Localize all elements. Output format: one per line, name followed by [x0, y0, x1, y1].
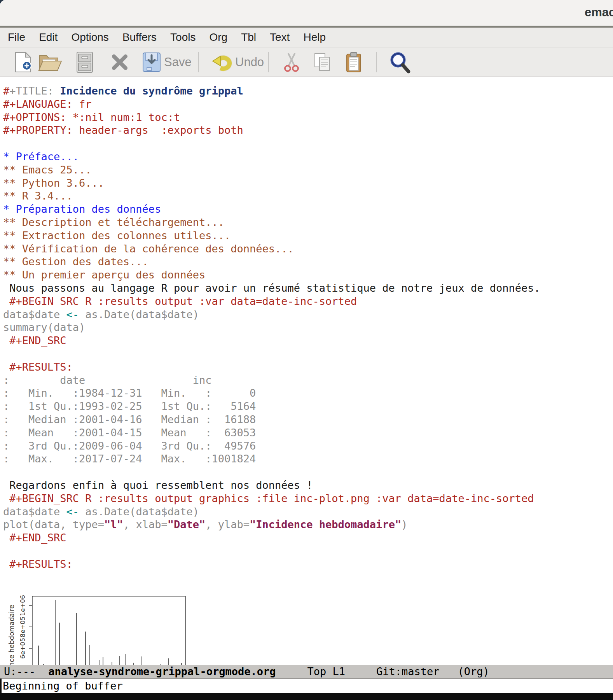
undo-button-label: Undo: [235, 55, 264, 69]
cut-icon: [283, 52, 300, 72]
svg-text:Incidence hebdomadaire: Incidence hebdomadaire: [8, 605, 16, 665]
buffer-line: ** Description et téléchargement...: [3, 216, 540, 229]
window-title: emacs: [585, 5, 613, 19]
echo-area: Beginning of buffer: [0, 679, 613, 693]
modeline-buffer-name[interactable]: analyse-syndrome-grippal-orgmode.org: [48, 665, 276, 677]
buffer-line: #+OPTIONS: *:nil num:1 toc:t: [3, 111, 540, 124]
buffer-line: : Min. :1984-12-31 Min. : 0: [3, 387, 540, 400]
toolbar-separator: [198, 52, 199, 72]
buffer-line: ** R 3.4...: [3, 189, 540, 203]
buffer-line: : Mean :2001-04-15 Mean : 63053: [3, 426, 540, 439]
buffer-line: #+TITLE: Incidence du syndrôme grippal: [3, 84, 540, 98]
buffer-line: data$date <- as.Date(data$date): [3, 505, 540, 518]
buffer-line: : 1st Qu.:1993-02-25 1st Qu.: 5164: [3, 400, 540, 413]
buffer-line: ** Emacs 25...: [3, 163, 540, 177]
menu-edit[interactable]: Edit: [39, 31, 58, 44]
menu-options[interactable]: Options: [71, 31, 109, 44]
buffer-line: ** Un premier aperçu des données: [3, 268, 540, 282]
buffer-line: : 3rd Qu.:2009-06-04 3rd Qu.: 49576: [3, 439, 540, 453]
modeline-position: Top L1: [307, 665, 345, 677]
mode-line[interactable]: U:--- analyse-syndrome-grippal-orgmode.o…: [0, 665, 613, 679]
buffer-line: plot(data, type="l", xlab="Date", ylab="…: [3, 518, 540, 531]
copy-icon: [313, 52, 332, 72]
paste-button[interactable]: [345, 47, 362, 77]
open-folder-icon: [38, 52, 63, 72]
window-titlebar[interactable]: emacs: [0, 0, 613, 28]
buffer-line: #+END_SRC: [3, 334, 540, 347]
menu-file[interactable]: File: [8, 31, 25, 44]
undo-button[interactable]: Undo: [212, 47, 264, 77]
new-file-icon: [14, 52, 33, 73]
emacs-window: emacs FileEditOptionsBuffersToolsOrgTblT…: [0, 0, 613, 693]
buffer-line: Regardons enfin à quoi ressemblent nos d…: [3, 479, 540, 492]
svg-text:6e+05: 6e+05: [19, 638, 26, 659]
close-buffer-button[interactable]: [110, 47, 129, 77]
buffer-line: * Préparation des données: [3, 203, 540, 216]
buffer-line: data$date <- as.Date(data$date): [3, 308, 540, 321]
buffer-line: ** Extraction des colonnes utiles...: [3, 229, 540, 242]
tool-bar: Save Undo: [0, 47, 613, 77]
menu-buffers[interactable]: Buffers: [122, 31, 157, 44]
open-file-button[interactable]: [38, 47, 63, 77]
buffer-line: #+RESULTS:: [3, 558, 540, 571]
buffer-line: #+END_SRC: [3, 531, 540, 544]
menu-org[interactable]: Org: [209, 31, 227, 44]
buffer-line: [3, 466, 540, 479]
buffer-line: : Max. :2017-07-24 Max. :1001824: [3, 452, 540, 466]
close-icon: [110, 52, 129, 72]
buffer-line: : date inc: [3, 374, 540, 387]
buffer-line: [3, 347, 540, 360]
buffer-line: #+BEGIN_SRC R :results output graphics :…: [3, 492, 540, 505]
buffer-line: summary(data): [3, 321, 540, 334]
buffer-line: #+BEGIN_SRC R :results output :var data=…: [3, 295, 540, 308]
menu-tools[interactable]: Tools: [170, 31, 196, 44]
buffer-line: [3, 137, 540, 150]
save-button-label: Save: [164, 55, 192, 69]
toolbar-separator: [376, 52, 377, 72]
search-button[interactable]: [389, 47, 411, 77]
modeline-vc-branch[interactable]: Git:master: [376, 665, 440, 677]
modeline-major-mode[interactable]: (Org): [458, 665, 489, 677]
buffer-line: [3, 544, 540, 558]
buffer-line: ** Python 3.6...: [3, 177, 540, 190]
paste-icon: [345, 52, 362, 73]
file-cabinet-icon: [75, 51, 95, 73]
menu-tbl[interactable]: Tbl: [241, 31, 256, 44]
undo-icon: [212, 52, 232, 72]
menu-help[interactable]: Help: [303, 31, 326, 44]
menu-bar: FileEditOptionsBuffersToolsOrgTblTextHel…: [0, 28, 613, 47]
buffer-line: ** Vérification de la cohérence des donn…: [3, 242, 540, 256]
copy-button[interactable]: [313, 47, 332, 77]
buffer-line: Nous passons au langage R pour avoir un …: [3, 282, 540, 295]
save-button[interactable]: Save: [142, 47, 192, 77]
modeline-flags: U:---: [4, 665, 35, 677]
buffer-line: : Median :2001-04-16 Median : 16188: [3, 413, 540, 426]
buffer-line: * Préface...: [3, 150, 540, 163]
buffer-text: #+TITLE: Incidence du syndrôme grippal#+…: [3, 84, 540, 570]
save-icon: [142, 52, 161, 72]
toolbar-separator: [268, 52, 269, 72]
svg-text:8e+05: 8e+05: [19, 616, 26, 637]
new-file-button[interactable]: [14, 47, 33, 77]
buffer-window[interactable]: #+TITLE: Incidence du syndrôme grippal#+…: [0, 77, 613, 665]
cut-button[interactable]: [283, 47, 300, 77]
echo-message: Beginning of buffer: [3, 680, 123, 692]
menu-text[interactable]: Text: [270, 31, 290, 44]
buffer-line: #+RESULTS:: [3, 360, 540, 374]
search-icon: [389, 51, 411, 74]
inline-results-plot: 1e+068e+056e+05Incidence hebdomadaire: [8, 595, 189, 665]
dired-button[interactable]: [75, 47, 95, 77]
buffer-line: #+LANGUAGE: fr: [3, 98, 540, 111]
buffer-line: #+PROPERTY: header-args :exports both: [3, 124, 540, 137]
svg-text:1e+06: 1e+06: [19, 595, 26, 616]
buffer-line: ** Gestion des dates...: [3, 255, 540, 268]
